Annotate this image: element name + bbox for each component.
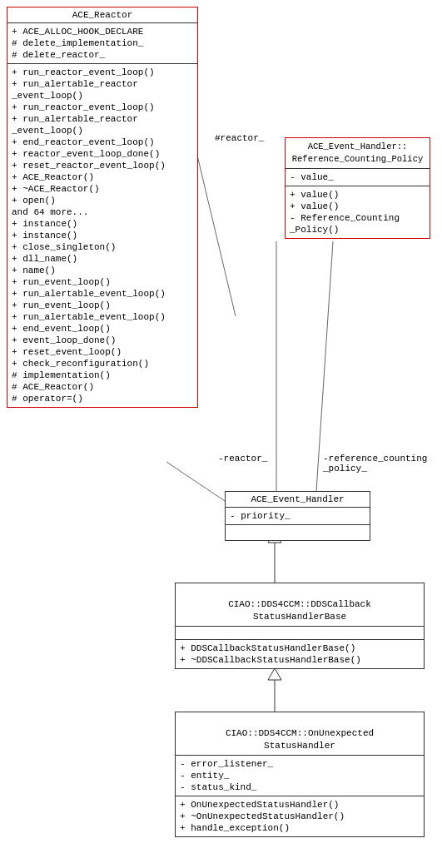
svg-marker-7 (268, 668, 281, 680)
ace-reactor-line-3: # delete_reactor_ (12, 49, 193, 61)
ace-event-handler-box: ACE_Event_Handler - priority_ (225, 491, 370, 541)
ace-reactor-section2: + run_reactor_event_loop() + run_alertab… (7, 64, 197, 407)
reactor-label: #reactor_ (215, 133, 264, 143)
event-handler-section1: - priority_ (226, 508, 370, 525)
on-unexpected-title-text: CIAO::DDS4CCM::OnUnexpected StatusHandle… (226, 728, 374, 751)
ace-reactor-section1: + ACE_ALLOC_HOOK_DECLARE # delete_implem… (7, 23, 197, 64)
dds-callback-base-title-text: CIAO::DDS4CCM::DDSCallback StatusHandler… (228, 599, 371, 622)
ace-reactor-line-2: # delete_implementation_ (12, 37, 193, 49)
policy-box-title: ACE_Event_Handler:: Reference_Counting_P… (286, 138, 430, 169)
policy-section2: + value() + value() - Reference_Counting… (286, 186, 430, 238)
on-unexpected-section2: + OnUnexpectedStatusHandler() + ~OnUnexp… (176, 796, 424, 836)
dds-callback-base-title: CIAO::DDS4CCM::DDSCallback StatusHandler… (176, 583, 424, 627)
on-unexpected-section1: - error_listener_ - entity_ - status_kin… (176, 756, 424, 796)
ace-event-handler-policy-box: ACE_Event_Handler:: Reference_Counting_P… (285, 137, 430, 239)
dds-callback-base-section2: + DDSCallbackStatusHandlerBase() + ~DDSC… (176, 640, 424, 668)
event-handler-title: ACE_Event_Handler (226, 492, 370, 508)
ace-reactor-box: ACE_Reactor + ACE_ALLOC_HOOK_DECLARE # d… (7, 7, 198, 408)
event-handler-section2 (226, 525, 370, 540)
reactor-arrow-label: -reactor_ (218, 454, 267, 464)
policy-section1: - value_ (286, 169, 430, 186)
dds-callback-base-section1 (176, 627, 424, 640)
reference-counting-label: -reference_counting _policy_ (323, 454, 427, 474)
svg-line-0 (194, 141, 236, 316)
dds-callback-base-box: CIAO::DDS4CCM::DDSCallback StatusHandler… (175, 583, 425, 669)
ace-reactor-line-1: + ACE_ALLOC_HOOK_DECLARE (12, 26, 193, 37)
on-unexpected-title: CIAO::DDS4CCM::OnUnexpected StatusHandle… (176, 712, 424, 756)
ace-reactor-title: ACE_Reactor (7, 7, 197, 23)
on-unexpected-box: CIAO::DDS4CCM::OnUnexpected StatusHandle… (175, 712, 425, 837)
policy-title-text: ACE_Event_Handler:: Reference_Counting_P… (292, 141, 424, 164)
